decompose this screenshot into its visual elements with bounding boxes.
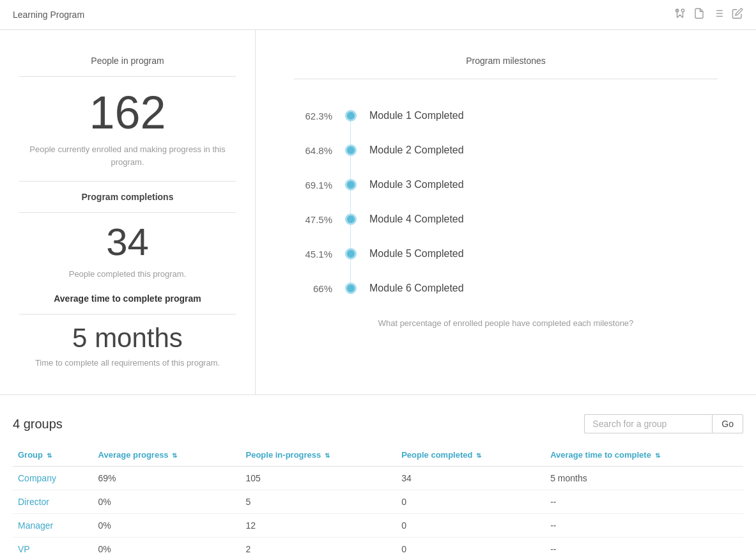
main-content: People in program 162 People currently e… xyxy=(0,30,756,395)
avg-time: 5 months xyxy=(19,325,236,352)
milestone-dot xyxy=(345,179,357,191)
document-icon[interactable] xyxy=(693,8,705,22)
milestone-item: 66% Module 6 Completed xyxy=(294,271,718,306)
col-header-1[interactable]: Average progress ⇅ xyxy=(93,444,241,467)
group-link[interactable]: VP xyxy=(13,538,93,561)
milestone-pct: 66% xyxy=(294,283,332,294)
table-cell: 105 xyxy=(241,467,397,490)
search-input[interactable] xyxy=(584,414,712,433)
table-cell: 34 xyxy=(396,467,545,490)
milestone-label: Module 4 Completed xyxy=(369,214,464,225)
table-body: Company69%105345 monthsDirector0%50--Man… xyxy=(13,467,743,561)
table-cell: 0% xyxy=(93,514,241,538)
divider-2 xyxy=(19,181,236,182)
avg-title: Average time to complete program xyxy=(19,293,236,304)
completions-count: 34 xyxy=(19,223,236,261)
milestone-label: Module 3 Completed xyxy=(369,179,464,191)
table-cell: 69% xyxy=(93,467,241,490)
milestone-dot xyxy=(345,110,357,121)
top-bar: Learning Program xyxy=(0,0,756,30)
milestones-divider xyxy=(294,79,718,79)
milestone-dot xyxy=(345,214,357,225)
milestone-pct: 62.3% xyxy=(294,111,332,121)
milestone-pct: 47.5% xyxy=(294,214,332,225)
completions-desc: People completed this program. xyxy=(19,268,236,281)
page-title: Learning Program xyxy=(13,10,84,20)
people-in-program-title: People in program xyxy=(19,56,236,66)
milestones-title: Program milestones xyxy=(294,56,718,66)
sort-icon: ⇅ xyxy=(325,452,330,459)
milestone-item: 47.5% Module 4 Completed xyxy=(294,202,718,237)
col-header-0[interactable]: Group ⇅ xyxy=(13,444,93,467)
edit-icon[interactable] xyxy=(732,8,743,22)
table-cell: 5 xyxy=(241,490,397,514)
table-cell: -- xyxy=(545,514,743,538)
right-panel: Program milestones 62.3% Module 1 Comple… xyxy=(256,30,756,394)
header-row: Group ⇅Average progress ⇅People in-progr… xyxy=(13,444,743,467)
table-cell: -- xyxy=(545,490,743,514)
completions-title: Program completions xyxy=(19,192,236,202)
table-row: Manager0%120-- xyxy=(13,514,743,538)
milestone-label: Module 5 Completed xyxy=(369,248,464,260)
table-row: VP0%20-- xyxy=(13,538,743,561)
sort-icon: ⇅ xyxy=(47,452,52,459)
milestone-item: 69.1% Module 3 Completed xyxy=(294,167,718,202)
table-cell: 0 xyxy=(396,490,545,514)
milestone-label: Module 6 Completed xyxy=(369,283,464,294)
sort-icon: ⇅ xyxy=(172,452,177,459)
people-desc: People currently enrolled and making pro… xyxy=(19,143,236,168)
list-icon[interactable] xyxy=(713,8,724,22)
milestone-label: Module 2 Completed xyxy=(369,144,464,156)
milestone-caption: What percentage of enrolled people have … xyxy=(294,318,718,328)
milestone-pct: 64.8% xyxy=(294,145,332,156)
milestone-dot xyxy=(345,248,357,260)
table-cell: 12 xyxy=(241,514,397,538)
milestone-pct: 45.1% xyxy=(294,249,332,260)
toolbar-icons xyxy=(674,8,743,22)
table-cell: 0% xyxy=(93,490,241,514)
people-count: 162 xyxy=(19,89,236,136)
bottom-header: 4 groups Go xyxy=(13,414,743,433)
col-header-4[interactable]: Average time to complete ⇅ xyxy=(545,444,743,467)
left-panel: People in program 162 People currently e… xyxy=(0,30,256,394)
table-cell: 0 xyxy=(396,538,545,561)
col-header-3[interactable]: People completed ⇅ xyxy=(396,444,545,467)
divider-1 xyxy=(19,76,236,77)
milestone-pct: 69.1% xyxy=(294,180,332,191)
go-button[interactable]: Go xyxy=(712,414,743,433)
table-cell: 0 xyxy=(396,514,545,538)
sort-icon: ⇅ xyxy=(655,452,660,459)
col-header-2[interactable]: People in-progress ⇅ xyxy=(241,444,397,467)
milestone-item: 64.8% Module 2 Completed xyxy=(294,133,718,167)
group-link[interactable]: Company xyxy=(13,467,93,490)
divider-3 xyxy=(19,212,236,213)
groups-table: Group ⇅Average progress ⇅People in-progr… xyxy=(13,444,743,560)
milestone-dot xyxy=(345,144,357,156)
group-link[interactable]: Manager xyxy=(13,514,93,538)
milestone-item: 45.1% Module 5 Completed xyxy=(294,237,718,271)
table-cell: 0% xyxy=(93,538,241,561)
avg-desc: Time to complete all requirements of thi… xyxy=(19,357,236,369)
table-cell: 2 xyxy=(241,538,397,561)
scissors-icon[interactable] xyxy=(674,8,686,22)
table-row: Company69%105345 months xyxy=(13,467,743,490)
table-cell: -- xyxy=(545,538,743,561)
groups-title: 4 groups xyxy=(13,417,63,432)
bottom-section: 4 groups Go Group ⇅Average progress ⇅Peo… xyxy=(0,395,756,560)
table-header: Group ⇅Average progress ⇅People in-progr… xyxy=(13,444,743,467)
divider-4 xyxy=(19,314,236,315)
milestone-label: Module 1 Completed xyxy=(369,110,464,121)
milestone-list: 62.3% Module 1 Completed 64.8% Module 2 … xyxy=(294,98,718,306)
search-area: Go xyxy=(584,414,743,433)
table-cell: 5 months xyxy=(545,467,743,490)
milestone-dot xyxy=(345,283,357,294)
sort-icon: ⇅ xyxy=(476,452,481,459)
group-link[interactable]: Director xyxy=(13,490,93,514)
milestone-item: 62.3% Module 1 Completed xyxy=(294,98,718,133)
table-row: Director0%50-- xyxy=(13,490,743,514)
